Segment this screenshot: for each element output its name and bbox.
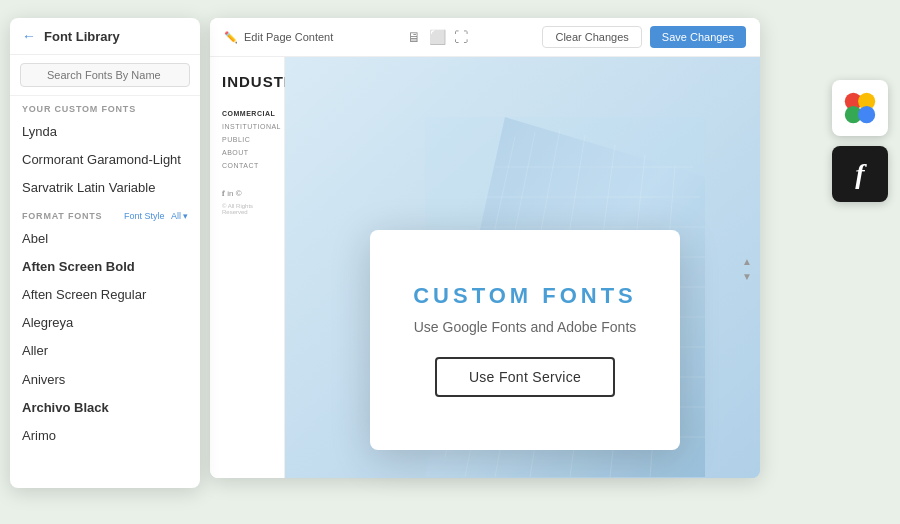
font-library-panel: ← Font Library 🔍 YOUR CUSTOM FONTS Lynda… [10, 18, 200, 488]
search-container [10, 55, 200, 96]
scroll-down-icon[interactable]: ▼ [742, 271, 752, 282]
panel-title: Font Library [44, 29, 120, 44]
format-font-archivo[interactable]: Archivo Black [10, 394, 200, 422]
font-style-selector[interactable]: Font Style All ▾ [124, 211, 188, 221]
google-fonts-svg [841, 89, 879, 127]
scroll-up-icon[interactable]: ▲ [742, 256, 752, 267]
format-font-abel[interactable]: Abel [10, 225, 200, 253]
format-font-aller[interactable]: Aller [10, 337, 200, 365]
monitor-icon[interactable]: 🖥 [407, 29, 421, 45]
custom-font-lynda[interactable]: Lynda [10, 118, 200, 146]
save-changes-button[interactable]: Save Changes [650, 26, 746, 48]
nav-institutional[interactable]: INSTITUTIONAL [222, 123, 272, 130]
modal-title: CUSTOM FONTS [413, 283, 637, 309]
google-fonts-icon-box[interactable] [832, 80, 888, 136]
custom-fonts-label: YOUR CUSTOM FONTS [10, 96, 200, 118]
service-icons: f [832, 80, 888, 202]
editor-actions: Clear Changes Save Changes [542, 26, 746, 48]
search-wrapper: 🔍 [10, 55, 200, 96]
chevron-down-icon: ▾ [183, 211, 188, 221]
editor-controls: 🖥 ⬜ ⛶ [407, 29, 468, 45]
font-style-label: Font Style [124, 211, 165, 221]
clear-changes-button[interactable]: Clear Changes [542, 26, 641, 48]
font-style-value: All [171, 211, 181, 221]
editor-header: ✏️ Edit Page Content 🖥 ⬜ ⛶ Clear Changes… [210, 18, 760, 57]
custom-font-cormorant[interactable]: Cormorant Garamond-Light [10, 146, 200, 174]
editor-title: ✏️ Edit Page Content [224, 31, 333, 44]
expand-icon[interactable]: ⛶ [454, 29, 468, 45]
svg-point-23 [858, 106, 875, 123]
adobe-fonts-icon-box[interactable]: f [832, 146, 888, 202]
format-font-alegreya[interactable]: Alegreya [10, 309, 200, 337]
editor-title-text: Edit Page Content [244, 31, 333, 43]
tablet-icon[interactable]: ⬜ [429, 29, 446, 45]
edit-icon: ✏️ [224, 31, 238, 44]
custom-font-sarvatrik[interactable]: Sarvatrik Latin Variable [10, 174, 200, 202]
nav-commercial[interactable]: COMMERCIAL [222, 110, 272, 117]
nav-contact[interactable]: CONTACT [222, 162, 272, 169]
site-logo: INDUSTRY [222, 73, 272, 90]
search-input[interactable] [20, 63, 190, 87]
format-font-aften-bold[interactable]: Aften Screen Bold [10, 253, 200, 281]
scroll-indicator: ▲ ▼ [742, 256, 752, 282]
social-f-icon: 𝐟 in © [222, 189, 272, 199]
format-font-anivers[interactable]: Anivers [10, 366, 200, 394]
format-fonts-header: FORMAT FONTS Font Style All ▾ [10, 203, 200, 225]
adobe-fonts-f-icon: f [855, 158, 864, 190]
format-font-aften-regular[interactable]: Aften Screen Regular [10, 281, 200, 309]
custom-fonts-modal: CUSTOM FONTS Use Google Fonts and Adobe … [370, 230, 680, 450]
site-footer: 𝐟 in © © All Rights Reserved [222, 189, 272, 215]
panel-header: ← Font Library [10, 18, 200, 55]
nav-public[interactable]: PUBLIC [222, 136, 272, 143]
format-font-arimo[interactable]: Arimo [10, 422, 200, 450]
main-container: ← Font Library 🔍 YOUR CUSTOM FONTS Lynda… [0, 0, 900, 524]
use-font-service-button[interactable]: Use Font Service [435, 357, 615, 397]
nav-about[interactable]: ABOUT [222, 149, 272, 156]
format-fonts-label: FORMAT FONTS [22, 211, 102, 221]
back-arrow-icon[interactable]: ← [22, 28, 36, 44]
copyright: © All Rights Reserved [222, 203, 272, 215]
modal-subtitle: Use Google Fonts and Adobe Fonts [414, 319, 637, 335]
website-sidebar: INDUSTRY COMMERCIAL INSTITUTIONAL PUBLIC… [210, 57, 285, 478]
